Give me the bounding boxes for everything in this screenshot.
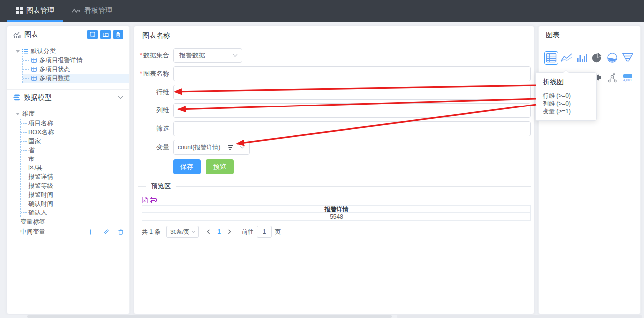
trash-icon — [116, 32, 121, 38]
chevron-down-icon[interactable] — [240, 146, 245, 149]
dimension-item[interactable]: 报警详情 — [21, 172, 129, 181]
preview-table: 报警详情 5548 — [142, 205, 531, 221]
dimension-item[interactable]: 市 — [21, 155, 129, 163]
tree-node-label: 默认分类 — [31, 47, 56, 55]
table-grid-icon — [31, 76, 37, 81]
col-dim-input[interactable] — [173, 103, 531, 118]
preview-button[interactable]: 预览 — [206, 159, 234, 174]
goto-page-input[interactable] — [257, 226, 272, 238]
total-count: 共 1 条 — [142, 228, 160, 236]
sort-icon[interactable] — [228, 145, 233, 150]
print-icon[interactable] — [150, 197, 157, 203]
section-title: 数据模型 — [24, 93, 52, 102]
dimension-label: 报警等级 — [28, 182, 53, 190]
card-bar — [623, 74, 632, 78]
intermediate-variable-item[interactable]: 中间变量 — [7, 227, 129, 237]
dimension-item[interactable]: 省 — [21, 146, 129, 155]
chart-type-liquid[interactable] — [605, 51, 619, 65]
row-dim-input[interactable] — [173, 85, 531, 100]
divider-line — [138, 186, 146, 187]
separator — [236, 144, 236, 150]
chart-type-relation[interactable] — [605, 71, 619, 85]
delete-button[interactable] — [113, 30, 123, 39]
required-mark: * — [140, 70, 142, 77]
dimension-label: 区/县 — [28, 164, 42, 172]
chart-type-table[interactable] — [544, 51, 558, 65]
dimension-label: 项目名称 — [28, 119, 53, 128]
dimension-item[interactable]: 确认人 — [21, 208, 129, 217]
trash-icon[interactable] — [118, 229, 123, 235]
sidebar-actions — [87, 30, 123, 39]
dimension-item[interactable]: BOX名称 — [21, 128, 129, 137]
item-label: 中间变量 — [20, 228, 45, 236]
tab-chart-management[interactable]: 图表管理 — [7, 0, 63, 22]
caret-down-icon[interactable] — [16, 113, 20, 115]
scrollbar-thumb[interactable] — [27, 315, 392, 318]
chart-type-panel: 图表 — [538, 26, 641, 314]
variable-label: 变量 — [134, 143, 169, 152]
sidebar-header: 图表 — [7, 26, 129, 43]
dataset-select[interactable]: 报警数据 — [173, 48, 242, 63]
chevron-down-icon — [233, 54, 238, 57]
chart-name-input[interactable] — [173, 66, 531, 81]
chart-tree-children: 多项目报警详情 多项目状态 多项目数据 — [22, 56, 129, 83]
chart-tree: 默认分类 多项目报警详情 多项目状态 — [7, 43, 129, 85]
excel-export-icon[interactable] — [142, 197, 148, 203]
table-header-cell: 报警详情 — [142, 206, 530, 213]
next-page-button[interactable] — [228, 229, 231, 234]
filter-input[interactable] — [173, 121, 531, 136]
edit-icon[interactable] — [103, 229, 109, 235]
chart-type-line[interactable] — [560, 51, 574, 65]
horizontal-scrollbar[interactable] — [0, 315, 644, 318]
plus-icon[interactable] — [88, 229, 93, 235]
tab-board-management[interactable]: 看板管理 — [63, 0, 121, 22]
dimension-item[interactable]: 区/县 — [21, 163, 129, 172]
tree-item-chart-selected[interactable]: 多项目数据 — [23, 74, 129, 83]
variable-tag[interactable]: count(报警详情) — [173, 140, 250, 155]
category-list-icon — [22, 49, 28, 54]
current-page[interactable]: 1 — [217, 228, 221, 235]
form-row-dataset: *数据集合 报警数据 — [134, 48, 531, 63]
table-grid-icon — [31, 67, 37, 72]
chart-type-bar[interactable] — [575, 51, 589, 65]
dimension-label: 确认人 — [28, 209, 47, 217]
dataset-value: 报警数据 — [179, 51, 205, 60]
tree-item-label: 多项目状态 — [39, 65, 70, 74]
dimension-item[interactable]: 报警时间 — [21, 190, 129, 199]
dimension-label: 确认时间 — [28, 200, 53, 208]
tooltip-variable: 变量 (>=1) — [543, 107, 590, 115]
chevron-down-icon — [118, 96, 123, 99]
variable-tags-item[interactable]: 变量标签 — [7, 217, 129, 227]
dimension-item[interactable]: 报警等级 — [21, 181, 129, 190]
editor-title: 图表名称 — [142, 31, 170, 40]
prev-page-button[interactable] — [207, 229, 210, 234]
add-folder-button[interactable] — [100, 30, 111, 39]
tree-node-dimensions[interactable]: 维度 — [7, 109, 129, 119]
form-row-col-dim: 列维 — [134, 103, 531, 118]
row-dim-label: 行维 — [134, 88, 169, 97]
table-value-cell: 5548 — [142, 213, 530, 220]
variable-value: count(报警详情) — [178, 143, 220, 152]
page-size-select[interactable]: 30条/页 — [166, 226, 199, 238]
dimension-item[interactable]: 项目名称 — [21, 119, 129, 128]
add-chart-button[interactable] — [87, 30, 98, 39]
tree-item-chart[interactable]: 多项目状态 — [23, 65, 129, 74]
save-button[interactable]: 保存 — [173, 159, 201, 174]
caret-down-icon[interactable] — [16, 50, 20, 53]
chart-icon — [13, 31, 21, 38]
tooltip-row-dim: 行维 (>=0) — [543, 92, 590, 100]
line-chart-tooltip: 折线图 行维 (>=0) 列维 (>=0) 变量 (>=1) — [535, 72, 597, 121]
data-model-section[interactable]: 数据模型 — [7, 89, 129, 105]
chart-type-indicator-card[interactable]: 4,801 — [621, 71, 635, 85]
chart-type-pie[interactable] — [590, 51, 604, 65]
dimension-item[interactable]: 国家 — [21, 137, 129, 146]
tab-label: 图表管理 — [26, 6, 54, 15]
scrollbar-thumb[interactable] — [397, 315, 642, 318]
chart-type-funnel[interactable] — [621, 51, 635, 65]
tree-node-default-category[interactable]: 默认分类 — [7, 47, 129, 56]
dimension-label: 省 — [28, 146, 35, 155]
dimension-item[interactable]: 确认时间 — [21, 199, 129, 208]
chart-type-title: 图表 — [546, 31, 560, 40]
database-icon — [13, 94, 20, 101]
tree-item-chart[interactable]: 多项目报警详情 — [23, 56, 129, 65]
